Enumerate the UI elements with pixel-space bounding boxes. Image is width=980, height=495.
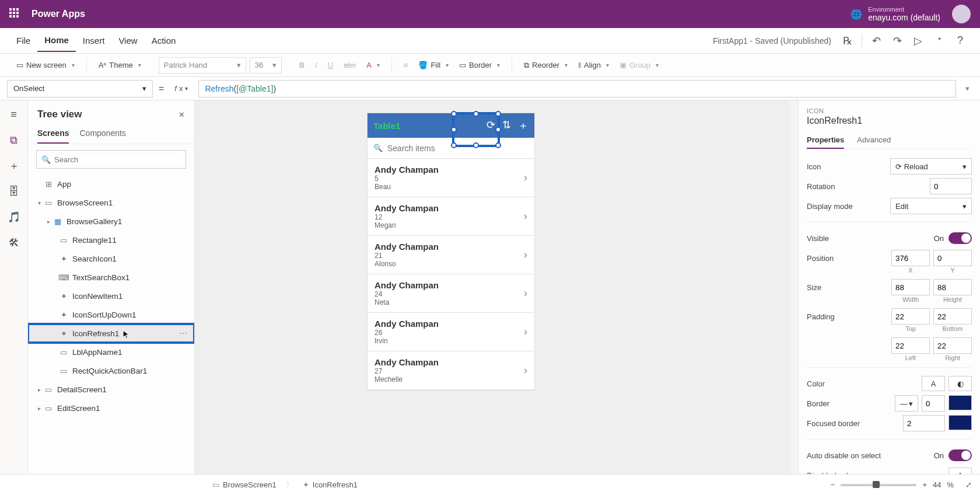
tree-search[interactable]: 🔍 <box>36 150 186 169</box>
tools-icon[interactable]: 🛠 <box>7 236 21 250</box>
tree-node-iconrefresh1[interactable]: ✦IconRefresh1⋯ <box>28 324 194 343</box>
fill-button[interactable]: 🪣 Fill <box>415 58 452 72</box>
insert-icon[interactable]: ＋ <box>7 159 21 173</box>
align-button[interactable]: ⦀ Align <box>575 58 612 72</box>
tree-node-textsearchbox1[interactable]: ⌨TextSearchBox1 <box>28 268 194 287</box>
pad-bottom-input[interactable] <box>933 308 972 325</box>
breadcrumb-element[interactable]: ✦IconRefresh1 <box>298 478 362 491</box>
fborder-width-input[interactable] <box>903 415 945 431</box>
border-style-select[interactable]: —▾ <box>895 395 918 412</box>
fborder-color-swatch[interactable] <box>949 415 972 430</box>
font-select[interactable]: Patrick Hand▾ <box>159 57 246 74</box>
color-text-swatch[interactable]: A <box>922 376 945 391</box>
fit-screen-icon[interactable]: ⤢ <box>965 480 972 489</box>
tree-node-iconnewitem1[interactable]: ✦IconNewItem1 <box>28 287 194 305</box>
border-width-input[interactable] <box>922 395 945 412</box>
align-text-button[interactable]: ≡ <box>400 58 412 72</box>
user-avatar[interactable] <box>952 5 971 23</box>
disabled-color-swatch[interactable]: A <box>949 468 972 474</box>
tab-advanced[interactable]: Advanced <box>857 132 891 149</box>
list-item[interactable]: Andy Champan27Mechelle› <box>368 351 534 390</box>
tree-node-browsegallery[interactable]: ▸▦BrowseGallery1 <box>28 212 194 231</box>
tree-node-rectangle11[interactable]: ▭Rectangle11 <box>28 231 194 249</box>
displaymode-select[interactable]: Edit▾ <box>890 198 972 214</box>
list-item[interactable]: Andy Champan21Alonso› <box>368 236 534 274</box>
theme-button[interactable]: Aᵃ Theme <box>95 58 145 72</box>
tree-node-searchicon1[interactable]: ✦SearchIcon1 <box>28 249 194 268</box>
font-color-button[interactable]: A <box>363 58 383 72</box>
menu-insert[interactable]: Insert <box>76 30 112 51</box>
menu-file[interactable]: File <box>9 30 37 51</box>
height-input[interactable] <box>933 279 972 295</box>
pad-right-input[interactable] <box>933 337 972 354</box>
app-search-row[interactable]: 🔍 <box>368 138 534 159</box>
border-button[interactable]: ▭ Border <box>456 58 503 72</box>
tree-view-icon[interactable]: ⧉ <box>7 133 21 147</box>
menu-view[interactable]: View <box>111 30 144 51</box>
undo-icon[interactable]: ↶ <box>866 30 887 51</box>
redo-icon[interactable]: ↷ <box>887 30 908 51</box>
app-search-input[interactable] <box>387 144 528 153</box>
list-item[interactable]: Andy Champan26Irvin› <box>368 313 534 351</box>
property-selector[interactable]: OnSelect▾ <box>7 80 153 97</box>
autodisable-toggle[interactable] <box>949 449 972 461</box>
new-screen-button[interactable]: ▭ New screen <box>13 58 78 72</box>
width-input[interactable] <box>891 279 930 295</box>
sort-icon[interactable]: ⇅ <box>502 118 511 133</box>
media-icon[interactable]: 🎵 <box>7 210 21 224</box>
list-item[interactable]: Andy Champan5Beau› <box>368 159 534 197</box>
bold-button[interactable]: B <box>296 58 308 72</box>
add-icon[interactable]: ＋ <box>518 118 528 133</box>
formula-expand-icon[interactable]: ▾ <box>962 84 973 93</box>
pad-top-input[interactable] <box>891 308 930 325</box>
reorder-button[interactable]: ⧉ Reorder <box>520 58 571 72</box>
app-launcher-icon[interactable] <box>9 8 21 20</box>
group-button[interactable]: ▣ Group <box>616 58 662 72</box>
tree-node-app[interactable]: ⊞App <box>28 175 194 193</box>
pos-x-input[interactable] <box>891 250 930 266</box>
help-icon[interactable]: ? <box>950 30 971 51</box>
tree-node-rectquickactionbar1[interactable]: ▭RectQuickActionBar1 <box>28 361 194 380</box>
close-icon[interactable]: ✕ <box>178 110 185 119</box>
list-item[interactable]: Andy Champan12Megan› <box>368 197 534 236</box>
menu-action[interactable]: Action <box>145 30 183 51</box>
pos-y-input[interactable] <box>933 250 972 266</box>
rotation-input[interactable] <box>930 178 972 194</box>
environment-picker[interactable]: 🌐 Environment enayu.com (default) <box>850 6 940 22</box>
tree-node-browsescreen[interactable]: ▾▭BrowseScreen1 <box>28 193 194 212</box>
formula-input[interactable]: Refresh([@Table1]) <box>198 80 956 97</box>
italic-button[interactable]: I <box>312 58 321 72</box>
tab-screens[interactable]: Screens <box>37 124 69 144</box>
share-icon[interactable]: ᕀ <box>929 30 950 51</box>
tree-node-detailscreen1[interactable]: ▸▭DetailScreen1 <box>28 380 194 399</box>
visible-toggle[interactable] <box>949 232 972 244</box>
more-icon[interactable]: ⋯ <box>179 329 187 338</box>
tab-properties[interactable]: Properties <box>807 132 844 149</box>
app-checker-icon[interactable]: ℞ <box>837 30 858 51</box>
tree-node-editscreen1[interactable]: ▸▭EditScreen1 <box>28 399 194 417</box>
font-size-select[interactable]: 36▾ <box>250 57 282 74</box>
fx-icon[interactable]: fx ▾ <box>170 84 192 93</box>
refresh-icon[interactable]: ⟳ <box>487 118 495 133</box>
tree-search-input[interactable] <box>54 155 181 164</box>
zoom-out-icon[interactable]: − <box>831 480 835 489</box>
zoom-slider[interactable] <box>841 484 916 486</box>
menu-home[interactable]: Home <box>37 29 76 52</box>
tree-node-iconsortupdown1[interactable]: ✦IconSortUpDown1 <box>28 305 194 324</box>
icon-select[interactable]: ⟳ Reload▾ <box>890 158 972 175</box>
tab-components[interactable]: Components <box>79 124 125 144</box>
breadcrumb-screen[interactable]: ▭BrowseScreen1 <box>208 478 281 491</box>
data-icon[interactable]: 🗄 <box>7 184 21 198</box>
underline-button[interactable]: U <box>324 58 337 72</box>
play-icon[interactable]: ▷ <box>908 30 929 51</box>
list-item[interactable]: Andy Champan24Neta› <box>368 274 534 313</box>
border-color-swatch[interactable] <box>949 395 972 410</box>
strike-button[interactable]: abc <box>340 58 359 72</box>
canvas[interactable]: Table1 ⟳ ⇅ ＋ 🔍 Andy Champan5Beau›Andy Ch… <box>195 100 798 474</box>
hamburger-icon[interactable]: ≡ <box>7 107 21 121</box>
tree-node-lblappname1[interactable]: ▭LblAppName1 <box>28 343 194 361</box>
canvas-scrollbar[interactable] <box>790 100 798 474</box>
pad-left-input[interactable] <box>891 337 930 354</box>
zoom-in-icon[interactable]: + <box>922 480 927 489</box>
color-swatch[interactable]: ◐ <box>949 376 972 391</box>
